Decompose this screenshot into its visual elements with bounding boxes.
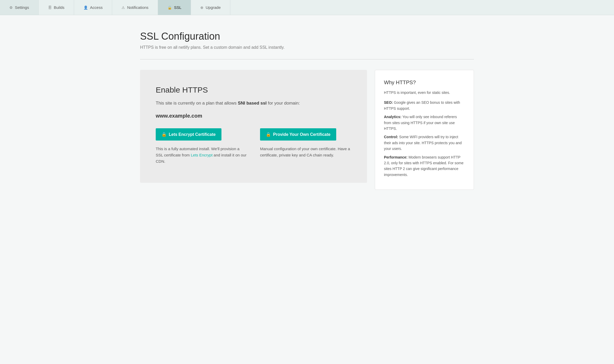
tab-access[interactable]: 👤 Access [74, 0, 112, 15]
lets-encrypt-button[interactable]: 🔒 Lets Encrypt Certificate [156, 128, 221, 141]
buttons-row: 🔒 Lets Encrypt Certificate This is a ful… [156, 128, 351, 165]
builds-icon: 🗄 [48, 5, 52, 10]
tab-access-label: Access [90, 5, 103, 10]
description-bold: SNI based ssl [238, 101, 267, 106]
tab-builds[interactable]: 🗄 Builds [39, 0, 74, 15]
content-grid: Enable HTTPS This site is currently on a… [140, 70, 474, 190]
page-subtitle: HTTPS is free on all netlify plans. Set … [140, 45, 474, 50]
lets-encrypt-desc: This is a fully automated install. We'll… [156, 146, 247, 165]
seo-text: Google gives an SEO bonus to sites with … [384, 100, 460, 110]
tab-ssl-label: SSL [174, 5, 181, 10]
lets-encrypt-link[interactable]: Lets Encrypt [191, 153, 213, 157]
control-label: Control: [384, 135, 398, 139]
divider [140, 59, 474, 59]
main-card: Enable HTTPS This site is currently on a… [140, 70, 367, 183]
provide-own-col: 🔒 Provide Your Own Certificate Manual co… [260, 128, 351, 165]
enable-https-title: Enable HTTPS [156, 86, 351, 94]
side-card: Why HTTPS? HTTPS is important, even for … [375, 70, 474, 190]
analytics-label: Analytics: [384, 115, 401, 119]
description-suffix: for your domain: [267, 101, 300, 106]
ssl-icon: 🔒 [167, 5, 172, 10]
side-item-analytics: Analytics: You will only see inbound ref… [384, 114, 465, 131]
notifications-icon: ⚠ [122, 5, 125, 10]
lock-icon-own: 🔒 [266, 132, 271, 137]
page-content: SSL Configuration HTTPS is free on all n… [127, 15, 487, 211]
side-item-seo: SEO: Google gives an SEO bonus to sites … [384, 100, 465, 111]
settings-icon: ⚙ [9, 5, 13, 10]
page-title: SSL Configuration [140, 31, 474, 42]
tab-settings[interactable]: ⚙ Settings [0, 0, 39, 15]
tab-builds-label: Builds [54, 5, 64, 10]
domain-name: www.example.com [156, 113, 351, 119]
seo-label: SEO: [384, 100, 393, 105]
tab-ssl[interactable]: 🔒 SSL [158, 0, 191, 15]
lets-encrypt-col: 🔒 Lets Encrypt Certificate This is a ful… [156, 128, 247, 165]
tab-notifications[interactable]: ⚠ Notifications [112, 0, 158, 15]
lock-icon-lets: 🔒 [161, 132, 167, 137]
lets-encrypt-label: Lets Encrypt Certificate [169, 132, 216, 137]
side-item-performance: Performance: Modern browsers support HTT… [384, 154, 465, 178]
side-item-control: Control: Some WIFI providers will try to… [384, 134, 465, 151]
tab-notifications-label: Notifications [127, 5, 148, 10]
side-card-title: Why HTTPS? [384, 80, 465, 86]
tab-settings-label: Settings [15, 5, 29, 10]
provide-own-desc: Manual configuration of your own certifi… [260, 146, 351, 158]
provide-own-label: Provide Your Own Certificate [273, 132, 330, 137]
main-nav: ⚙ Settings 🗄 Builds 👤 Access ⚠ Notificat… [0, 0, 614, 15]
access-icon: 👤 [83, 5, 88, 10]
tab-upgrade-label: Upgrade [206, 5, 221, 10]
tab-upgrade[interactable]: ⊕ Upgrade [191, 0, 230, 15]
description-prefix: This site is currently on a plan that al… [156, 101, 238, 106]
domain-description: This site is currently on a plan that al… [156, 100, 351, 107]
side-card-intro: HTTPS is important, even for static site… [384, 90, 465, 95]
performance-label: Performance: [384, 155, 407, 159]
upgrade-icon: ⊕ [200, 5, 203, 10]
provide-own-button[interactable]: 🔒 Provide Your Own Certificate [260, 128, 336, 141]
